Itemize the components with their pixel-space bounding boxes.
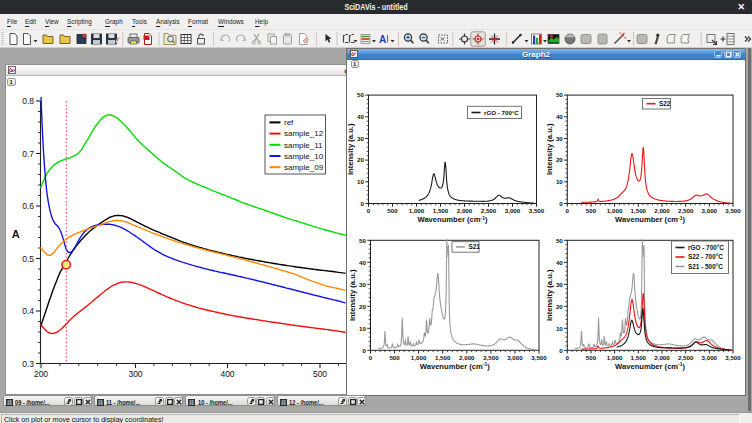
svg-text:2,500: 2,500 bbox=[481, 206, 497, 213]
svg-text:Intensity (a.u.): Intensity (a.u.) bbox=[545, 123, 554, 175]
svg-text:3,500: 3,500 bbox=[725, 353, 741, 360]
svg-text:Intensity (a.u.): Intensity (a.u.) bbox=[348, 269, 357, 321]
svg-text:30: 30 bbox=[359, 280, 366, 287]
svg-text:0.6: 0.6 bbox=[22, 201, 34, 211]
svg-text:Wavenumber (cm-1): Wavenumber (cm-1) bbox=[418, 214, 488, 224]
svg-text:3,000: 3,000 bbox=[702, 353, 718, 360]
svg-text:0.8: 0.8 bbox=[22, 96, 34, 106]
svg-text:0: 0 bbox=[566, 206, 570, 213]
svg-text:20: 20 bbox=[556, 156, 563, 163]
svg-text:50: 50 bbox=[359, 236, 366, 243]
svg-text:ref: ref bbox=[284, 118, 294, 127]
svg-text:1,000: 1,000 bbox=[607, 206, 623, 213]
svg-text:rGO - 700°C: rGO - 700°C bbox=[484, 108, 519, 115]
svg-text:50: 50 bbox=[357, 91, 364, 98]
svg-text:rGO - 700°C: rGO - 700°C bbox=[688, 243, 724, 250]
svg-text:Intensity (a.u.): Intensity (a.u.) bbox=[347, 123, 355, 175]
svg-text:0.4: 0.4 bbox=[22, 306, 34, 316]
svg-text:1,500: 1,500 bbox=[631, 353, 647, 360]
svg-text:A: A bbox=[11, 228, 19, 240]
svg-text:2,500: 2,500 bbox=[483, 353, 499, 360]
svg-text:1,000: 1,000 bbox=[409, 206, 425, 213]
svg-text:20: 20 bbox=[357, 156, 364, 163]
svg-text:500: 500 bbox=[312, 369, 326, 379]
svg-text:500: 500 bbox=[586, 206, 597, 213]
svg-text:300: 300 bbox=[128, 369, 142, 379]
svg-text:200: 200 bbox=[33, 369, 47, 379]
svg-text:2,000: 2,000 bbox=[459, 353, 475, 360]
svg-text:0: 0 bbox=[566, 353, 570, 360]
svg-text:1,500: 1,500 bbox=[433, 206, 449, 213]
svg-text:50: 50 bbox=[556, 236, 563, 243]
svg-text:20: 20 bbox=[359, 302, 366, 309]
svg-text:30: 30 bbox=[556, 280, 563, 287]
svg-text:0: 0 bbox=[559, 346, 563, 353]
svg-text:1,500: 1,500 bbox=[435, 353, 451, 360]
svg-text:Intensity (a.u.): Intensity (a.u.) bbox=[545, 269, 554, 321]
svg-text:3,500: 3,500 bbox=[531, 353, 547, 360]
svg-text:sample_09: sample_09 bbox=[284, 163, 324, 172]
svg-text:500: 500 bbox=[387, 206, 398, 213]
svg-text:10: 10 bbox=[359, 324, 366, 331]
svg-text:Wavenumber (cm-1): Wavenumber (cm-1) bbox=[615, 361, 685, 371]
svg-text:500: 500 bbox=[586, 353, 597, 360]
svg-text:20: 20 bbox=[556, 302, 563, 309]
svg-text:50: 50 bbox=[556, 91, 563, 98]
svg-text:40: 40 bbox=[357, 113, 364, 120]
svg-text:10: 10 bbox=[357, 178, 364, 185]
svg-text:40: 40 bbox=[556, 113, 563, 120]
svg-text:0: 0 bbox=[361, 199, 365, 206]
svg-text:1,000: 1,000 bbox=[607, 353, 623, 360]
svg-text:0: 0 bbox=[367, 206, 371, 213]
svg-text:sample_10: sample_10 bbox=[284, 152, 324, 161]
svg-text:A: A bbox=[379, 34, 386, 45]
svg-text:sample_12: sample_12 bbox=[284, 129, 324, 138]
svg-text:10: 10 bbox=[556, 324, 563, 331]
svg-text:30: 30 bbox=[556, 134, 563, 141]
svg-text:2,000: 2,000 bbox=[654, 206, 670, 213]
svg-text:2,500: 2,500 bbox=[678, 353, 694, 360]
svg-text:3,000: 3,000 bbox=[507, 353, 523, 360]
svg-text:S22: S22 bbox=[659, 99, 671, 106]
svg-text:0: 0 bbox=[559, 199, 563, 206]
svg-text:10: 10 bbox=[556, 178, 563, 185]
svg-text:S21 - 500°C: S21 - 500°C bbox=[688, 262, 723, 269]
svg-text:40: 40 bbox=[556, 258, 563, 265]
svg-text:S21: S21 bbox=[469, 243, 481, 250]
svg-text:1,000: 1,000 bbox=[411, 353, 427, 360]
svg-text:0: 0 bbox=[363, 346, 367, 353]
svg-text:3,000: 3,000 bbox=[702, 206, 718, 213]
svg-text:3,500: 3,500 bbox=[725, 206, 741, 213]
svg-text:0.7: 0.7 bbox=[22, 149, 34, 159]
svg-text:400: 400 bbox=[220, 369, 234, 379]
svg-text:Wavenumber (cm-1): Wavenumber (cm-1) bbox=[420, 361, 490, 371]
svg-text:0.5: 0.5 bbox=[22, 254, 34, 264]
svg-text:1,500: 1,500 bbox=[631, 206, 647, 213]
svg-text:sample_11: sample_11 bbox=[284, 141, 323, 150]
svg-text:0: 0 bbox=[369, 353, 373, 360]
svg-text:3,500: 3,500 bbox=[529, 206, 545, 213]
svg-text:2,000: 2,000 bbox=[654, 353, 670, 360]
svg-text:40: 40 bbox=[359, 258, 366, 265]
svg-text:30: 30 bbox=[357, 134, 364, 141]
svg-text:500: 500 bbox=[389, 353, 400, 360]
svg-text:3,000: 3,000 bbox=[505, 206, 521, 213]
svg-text:S22 - 700°C: S22 - 700°C bbox=[688, 253, 723, 260]
svg-text:2,000: 2,000 bbox=[457, 206, 473, 213]
svg-text:2,500: 2,500 bbox=[678, 206, 694, 213]
svg-text:0.3: 0.3 bbox=[22, 359, 34, 369]
svg-text:Wavenumber (cm-1): Wavenumber (cm-1) bbox=[615, 214, 685, 224]
